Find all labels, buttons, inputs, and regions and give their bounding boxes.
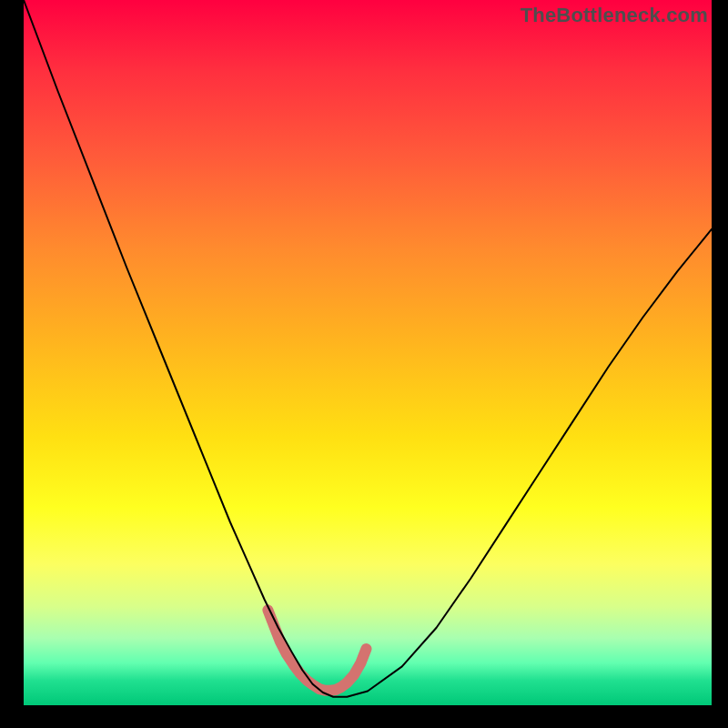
plot-area: [24, 0, 712, 705]
optimal-zone-marker: [268, 610, 366, 690]
chart-svg: [24, 0, 712, 705]
watermark-label: TheBottleneck.com: [521, 4, 708, 27]
bottleneck-curve: [24, 0, 712, 697]
chart-frame: TheBottleneck.com: [0, 0, 728, 728]
